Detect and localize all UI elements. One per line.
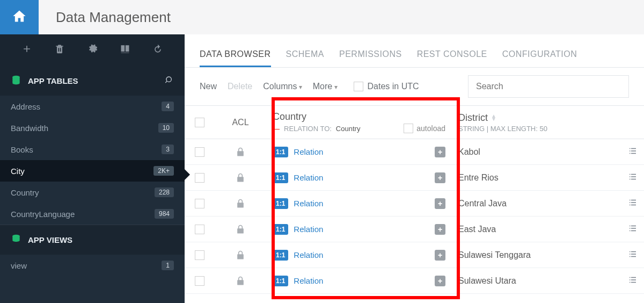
- district-meta: STRING | MAX LENGTH: 50: [458, 125, 638, 133]
- select-all-cell[interactable]: [185, 106, 215, 139]
- tab-rest-console[interactable]: REST CONSOLE: [417, 49, 487, 67]
- district-cell[interactable]: East Java: [452, 223, 644, 235]
- sidebar-item-view[interactable]: view 1: [0, 255, 185, 276]
- relation-cell[interactable]: 1:1 Relation +: [266, 172, 452, 183]
- row-select[interactable]: [185, 147, 215, 157]
- district-cell[interactable]: Kabol: [452, 146, 644, 158]
- table-count: 2K+: [153, 166, 174, 176]
- checkbox-icon[interactable]: [195, 199, 204, 208]
- sidebar-item-address[interactable]: Address 4: [0, 96, 185, 117]
- relation-badge: 1:1: [273, 276, 288, 286]
- sort-icon[interactable]: ▲▼: [491, 114, 496, 121]
- autoload-toggle[interactable]: autoload: [404, 124, 445, 133]
- row-select[interactable]: [185, 199, 215, 208]
- sidebar-item-city[interactable]: City 2K+: [0, 160, 185, 182]
- add-relation-icon[interactable]: +: [435, 198, 445, 209]
- row-action-icon[interactable]: [628, 146, 638, 158]
- relation-link[interactable]: Relation: [294, 173, 323, 182]
- checkbox-icon[interactable]: [195, 173, 204, 183]
- district-cell[interactable]: Sulawesi Utara: [452, 275, 644, 287]
- district-value: Kabol: [458, 147, 480, 157]
- table-row[interactable]: 1:1 Relation + Central Java: [185, 191, 644, 217]
- search-input[interactable]: [468, 75, 629, 98]
- sidebar-item-bandwidth[interactable]: Bandwidth 10: [0, 117, 185, 139]
- home-icon: [12, 9, 27, 26]
- table-row[interactable]: 1:1 Relation + Sulawesi Utara: [185, 268, 644, 294]
- gear-icon[interactable]: [87, 44, 98, 56]
- row-select[interactable]: [185, 225, 215, 234]
- add-icon[interactable]: [21, 44, 32, 56]
- country-title: Country: [273, 111, 445, 122]
- table-count: 228: [155, 187, 174, 197]
- acl-lock[interactable]: [215, 276, 266, 286]
- app-views-label: APP VIEWS: [28, 235, 72, 244]
- row-action-icon[interactable]: [628, 223, 638, 235]
- relation-link[interactable]: Relation: [294, 147, 323, 156]
- delete-button[interactable]: Delete: [228, 82, 252, 91]
- tab-data-browser[interactable]: DATA BROWSER: [200, 49, 271, 67]
- acl-lock[interactable]: [215, 172, 266, 183]
- relation-cell[interactable]: 1:1 Relation +: [266, 147, 452, 157]
- relation-link[interactable]: Relation: [294, 225, 323, 234]
- refresh-icon[interactable]: [152, 44, 163, 56]
- row-select[interactable]: [185, 250, 215, 260]
- acl-lock[interactable]: [215, 250, 266, 261]
- grid-header: ACL Country — RELATION TO: Country autol…: [185, 106, 644, 139]
- tab-configuration[interactable]: CONFIGURATION: [502, 49, 577, 67]
- checkbox-icon[interactable]: [195, 147, 204, 157]
- checkbox-icon[interactable]: [195, 276, 204, 286]
- district-cell[interactable]: Sulawesi Tenggara: [452, 249, 644, 261]
- district-cell[interactable]: Entre Rios: [452, 172, 644, 184]
- table-row[interactable]: 1:1 Relation + Entre Rios: [185, 165, 644, 191]
- table-name: Books: [11, 145, 33, 154]
- relation-cell[interactable]: 1:1 Relation +: [266, 198, 452, 209]
- row-select[interactable]: [185, 276, 215, 286]
- relation-cell[interactable]: 1:1 Relation +: [266, 276, 452, 286]
- add-relation-icon[interactable]: +: [435, 147, 445, 157]
- add-relation-icon[interactable]: +: [435, 276, 445, 286]
- checkbox-icon[interactable]: [354, 82, 363, 91]
- table-row[interactable]: 1:1 Relation + Sulawesi Tenggara: [185, 242, 644, 268]
- sidebar-item-books[interactable]: Books 3: [0, 139, 185, 160]
- district-header[interactable]: District ▲▼ STRING | MAX LENGTH: 50: [452, 106, 644, 139]
- more-dropdown[interactable]: More: [313, 82, 338, 91]
- active-caret: [185, 169, 190, 180]
- table-row[interactable]: 1:1 Relation + Kabol: [185, 139, 644, 165]
- table-name: CountryLanguage: [11, 210, 75, 219]
- checkbox-icon[interactable]: [195, 118, 204, 127]
- acl-lock[interactable]: [215, 198, 266, 209]
- relation-cell[interactable]: 1:1 Relation +: [266, 250, 452, 261]
- district-value: Central Java: [458, 199, 507, 208]
- relation-link[interactable]: Relation: [294, 276, 323, 285]
- checkbox-icon[interactable]: [195, 225, 204, 234]
- tab-schema[interactable]: SCHEMA: [286, 49, 324, 67]
- row-action-icon[interactable]: [628, 172, 638, 184]
- add-relation-icon[interactable]: +: [435, 172, 445, 183]
- new-button[interactable]: New: [200, 82, 217, 91]
- sidebar-item-countrylanguage[interactable]: CountryLanguage 984: [0, 203, 185, 225]
- add-relation-icon[interactable]: +: [435, 224, 445, 235]
- add-relation-icon[interactable]: +: [435, 250, 445, 261]
- table-count: 984: [155, 209, 174, 219]
- table-row[interactable]: 1:1 Relation + East Java: [185, 217, 644, 242]
- checkbox-icon[interactable]: [404, 124, 413, 133]
- tab-permissions[interactable]: PERMISSIONS: [339, 49, 402, 67]
- acl-lock[interactable]: [215, 147, 266, 157]
- acl-lock[interactable]: [215, 224, 266, 235]
- checkbox-icon[interactable]: [195, 250, 204, 260]
- book-icon[interactable]: [120, 44, 130, 56]
- dates-utc-toggle[interactable]: Dates in UTC: [354, 82, 419, 91]
- relation-link[interactable]: Relation: [294, 250, 323, 259]
- row-action-icon[interactable]: [628, 249, 638, 261]
- relation-link[interactable]: Relation: [294, 199, 323, 208]
- sidebar-item-country[interactable]: Country 228: [0, 182, 185, 203]
- app-tables-header: APP TABLES: [0, 66, 185, 96]
- row-action-icon[interactable]: [628, 275, 638, 287]
- columns-dropdown[interactable]: Columns: [263, 82, 302, 91]
- row-action-icon[interactable]: [628, 198, 638, 210]
- home-button[interactable]: [0, 0, 39, 34]
- district-cell[interactable]: Central Java: [452, 198, 644, 210]
- search-icon[interactable]: [165, 76, 174, 86]
- trash-icon[interactable]: [54, 44, 65, 56]
- relation-cell[interactable]: 1:1 Relation +: [266, 224, 452, 235]
